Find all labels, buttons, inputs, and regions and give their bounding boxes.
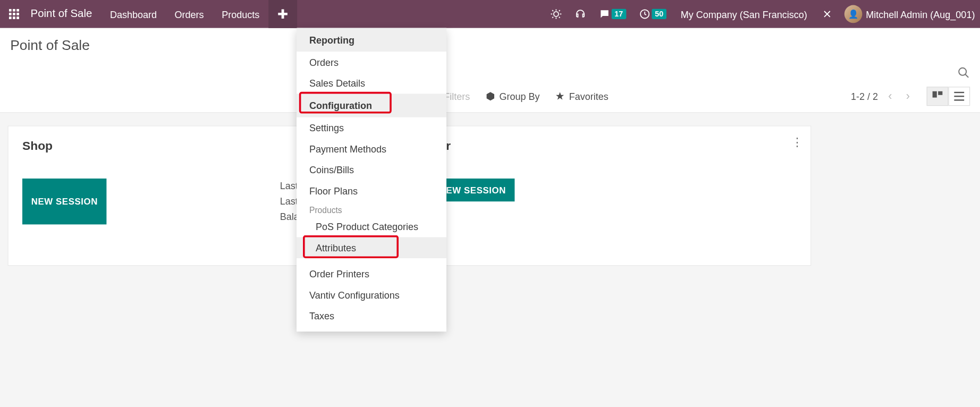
menu-pos-categories[interactable]: PoS Product Categories <box>297 216 446 238</box>
new-session-button[interactable]: NEW SESSION <box>22 179 107 224</box>
search-icon[interactable] <box>957 66 970 82</box>
view-list[interactable] <box>948 87 970 106</box>
svg-rect-1 <box>13 9 15 12</box>
pager-next[interactable]: › <box>902 88 914 104</box>
menu-vantiv-config[interactable]: Vantiv Configurations <box>297 284 446 306</box>
card-title: Bar <box>430 139 797 153</box>
menu-floor-plans[interactable]: Floor Plans <box>297 181 446 202</box>
top-nav: Point of Sale Dashboard Orders Products … <box>0 0 980 28</box>
menu-sales-details[interactable]: Sales Details <box>297 73 446 94</box>
svg-rect-3 <box>9 13 12 15</box>
nav-products[interactable]: Products <box>213 0 268 28</box>
pager-prev[interactable]: ‹ <box>884 88 896 104</box>
svg-rect-7 <box>13 16 15 19</box>
svg-rect-0 <box>9 9 12 12</box>
bug-icon[interactable] <box>544 9 568 20</box>
kebab-icon[interactable]: ⋮ <box>791 135 803 149</box>
favorites-button[interactable]: Favorites <box>555 91 608 101</box>
apps-icon[interactable] <box>0 9 28 19</box>
menu-order-printers[interactable]: Order Printers <box>297 264 446 285</box>
svg-rect-8 <box>16 16 19 19</box>
nav-orders[interactable]: Orders <box>166 0 213 28</box>
menu-settings[interactable]: Settings <box>297 117 446 139</box>
svg-rect-4 <box>13 13 15 15</box>
nav-plus[interactable]: ✚ <box>268 0 297 28</box>
kanban-board: Shop ⋮ NEW SESSION Last Closing Date Las… <box>0 113 980 278</box>
svg-rect-16 <box>954 99 964 100</box>
menu-attributes[interactable]: Attributes <box>297 237 446 258</box>
svg-point-9 <box>553 12 558 16</box>
pos-card-bar[interactable]: Bar ⋮ NEW SESSION <box>416 125 811 266</box>
svg-rect-5 <box>16 13 19 15</box>
view-kanban[interactable] <box>926 87 948 106</box>
pager-text[interactable]: 1-2 / 2 <box>851 91 878 101</box>
activities-badge: 50 <box>652 9 666 19</box>
menu-payment-methods[interactable]: Payment Methods <box>297 138 446 159</box>
svg-rect-12 <box>932 91 936 98</box>
dropdown-subsection-products: Products <box>297 201 446 216</box>
messages-icon[interactable]: 17 <box>592 9 632 20</box>
svg-rect-15 <box>954 96 964 97</box>
svg-rect-6 <box>9 16 12 19</box>
user-menu[interactable]: 👤 Mitchell Admin (Aug_001) <box>839 5 980 23</box>
svg-rect-13 <box>938 91 942 95</box>
activities-icon[interactable]: 50 <box>632 9 673 20</box>
messages-badge: 17 <box>611 9 626 19</box>
tools-icon[interactable] <box>815 9 839 20</box>
svg-rect-14 <box>954 92 964 93</box>
dropdown-section-configuration: Configuration <box>297 94 446 117</box>
menu-orders[interactable]: Orders <box>297 52 446 73</box>
control-panel: Point of Sale placeholder Filters Group … <box>0 28 980 113</box>
menu-coins-bills[interactable]: Coins/Bills <box>297 159 446 181</box>
svg-rect-2 <box>16 9 19 12</box>
config-dropdown: Reporting Orders Sales Details Configura… <box>297 28 446 332</box>
support-icon[interactable] <box>568 9 593 20</box>
groupby-button[interactable]: Group By <box>485 91 539 101</box>
nav-dashboard[interactable]: Dashboard <box>101 0 166 28</box>
filters-button[interactable]: Filters <box>444 91 470 101</box>
dropdown-section-reporting: Reporting <box>297 28 446 52</box>
avatar: 👤 <box>844 5 862 23</box>
menu-taxes[interactable]: Taxes <box>297 306 446 327</box>
svg-point-11 <box>959 68 966 75</box>
company-selector[interactable]: My Company (San Francisco) <box>673 9 815 19</box>
page-title: Point of Sale <box>10 37 970 54</box>
user-name: Mitchell Admin (Aug_001) <box>866 9 975 19</box>
app-brand[interactable]: Point of Sale <box>28 7 101 20</box>
